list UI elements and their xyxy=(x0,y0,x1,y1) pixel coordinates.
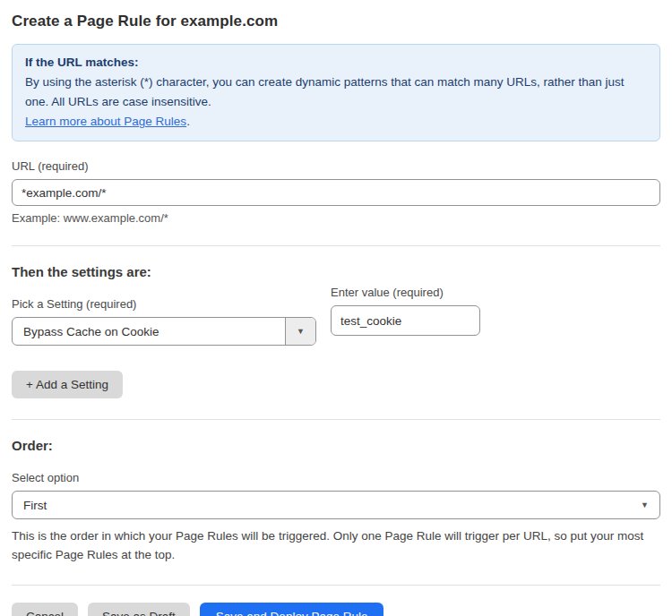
page-title: Create a Page Rule for example.com xyxy=(12,0,660,30)
url-input[interactable] xyxy=(12,179,660,206)
info-box-heading: If the URL matches: xyxy=(25,53,647,73)
link-suffix: . xyxy=(186,115,190,128)
info-box-body: By using the asterisk (*) character, you… xyxy=(25,73,647,112)
add-setting-button[interactable]: + Add a Setting xyxy=(12,371,123,398)
setting-select-column: Pick a Setting (required) Bypass Cache o… xyxy=(12,279,316,346)
divider xyxy=(12,245,660,246)
create-page-rule-form: Create a Page Rule for example.com If th… xyxy=(0,0,672,616)
chevron-down-icon: ▼ xyxy=(297,328,305,336)
url-example-helper: Example: www.example.com/* xyxy=(12,211,660,225)
order-section-heading: Order: xyxy=(12,438,660,453)
save-as-draft-button[interactable]: Save as Draft xyxy=(88,603,190,616)
order-helper-text: This is the order in which your Page Rul… xyxy=(12,526,660,564)
divider xyxy=(12,585,660,586)
order-select-value: First xyxy=(23,499,641,512)
setting-select-value: Bypass Cache on Cookie xyxy=(13,318,285,345)
chevron-down-icon: ▼ xyxy=(641,501,649,509)
order-select-label: Select option xyxy=(12,471,660,484)
settings-row: Pick a Setting (required) Bypass Cache o… xyxy=(12,279,660,346)
save-and-deploy-button[interactable]: Save and Deploy Page Rule xyxy=(200,603,384,616)
divider xyxy=(12,419,660,420)
setting-value-column: Enter value (required) xyxy=(331,286,480,336)
url-field-label: URL (required) xyxy=(12,159,660,173)
cancel-button[interactable]: Cancel xyxy=(12,603,78,616)
setting-select-arrow-button[interactable]: ▼ xyxy=(285,318,315,345)
settings-section-heading: Then the settings are: xyxy=(12,264,660,279)
form-actions: Cancel Save as Draft Save and Deploy Pag… xyxy=(12,603,660,616)
learn-more-link[interactable]: Learn more about Page Rules xyxy=(25,115,186,128)
setting-select-label: Pick a Setting (required) xyxy=(12,297,316,311)
setting-value-label: Enter value (required) xyxy=(331,286,480,299)
setting-value-input[interactable] xyxy=(331,305,480,336)
order-select[interactable]: First ▼ xyxy=(12,491,660,519)
url-matches-info-box: If the URL matches: By using the asteris… xyxy=(12,44,660,141)
setting-select[interactable]: Bypass Cache on Cookie ▼ xyxy=(12,317,316,346)
info-box-link-line: Learn more about Page Rules. xyxy=(25,112,647,132)
